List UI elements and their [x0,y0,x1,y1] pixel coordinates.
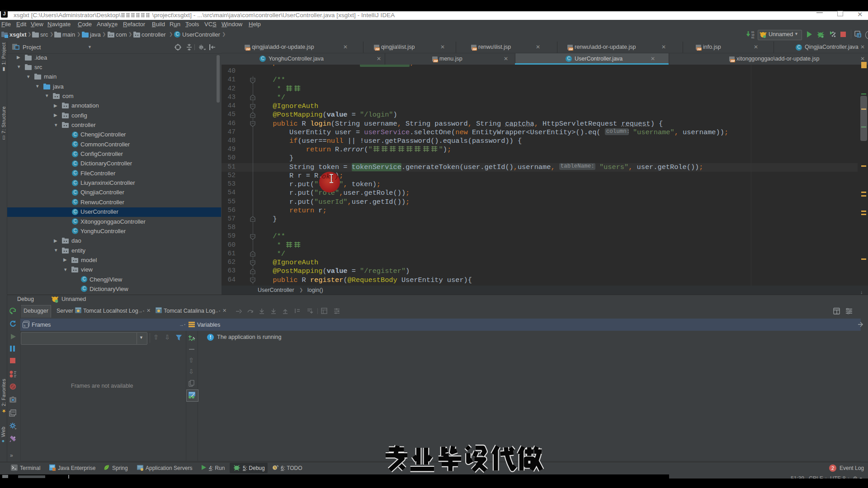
svg-text:s: s [24,324,26,328]
svg-text:JSP: JSP [246,48,250,51]
svg-text:JSP: JSP [697,48,702,51]
svg-text:JSP: JSP [375,48,380,51]
svg-text:01: 01 [751,36,755,39]
svg-text:JSP: JSP [731,60,735,62]
svg-text:JSP: JSP [472,48,477,51]
svg-text:JSP: JSP [569,48,573,51]
svg-text:JSP: JSP [434,60,438,62]
